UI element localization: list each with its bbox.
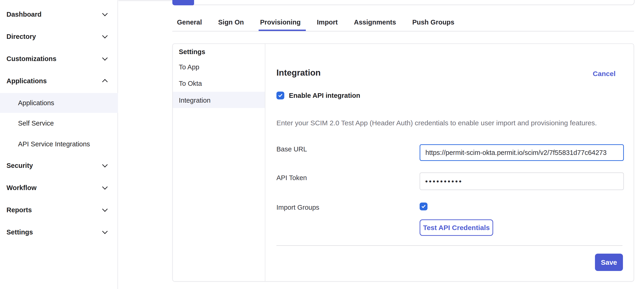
- chevron-down-icon: [102, 162, 108, 167]
- api-token-input[interactable]: [420, 172, 624, 190]
- sidebar-item-applications[interactable]: Applications: [0, 73, 118, 88]
- enable-api-integration-row: Enable API integration: [276, 92, 360, 99]
- tab-provisioning[interactable]: Provisioning: [260, 18, 301, 26]
- panel-nav-item-integration[interactable]: Integration: [173, 95, 265, 105]
- panel-nav-item-to-okta[interactable]: To Okta: [173, 78, 265, 89]
- sidebar-item-label: Applications: [6, 77, 47, 85]
- sidebar: Dashboard Directory Customizations Appli…: [0, 0, 118, 289]
- sidebar-item-label: Directory: [6, 33, 36, 40]
- chevron-down-icon: [102, 184, 108, 190]
- api-token-label: API Token: [276, 174, 307, 182]
- tab-import[interactable]: Import: [317, 18, 338, 26]
- sidebar-subitem-api-service-integrations[interactable]: API Service Integrations: [0, 137, 118, 151]
- sidebar-item-label: Security: [6, 162, 33, 169]
- active-tab-indicator-partial: [172, 0, 194, 5]
- sidebar-item-label: Dashboard: [6, 11, 42, 18]
- app-tabs: General Sign On Provisioning Import Assi…: [177, 18, 454, 26]
- sidebar-subitem-self-service[interactable]: Self Service: [0, 116, 118, 131]
- sidebar-item-security[interactable]: Security: [0, 158, 118, 173]
- sidebar-item-label: Workflow: [6, 184, 36, 192]
- import-groups-checkbox[interactable]: [420, 203, 428, 210]
- tab-general[interactable]: General: [177, 18, 202, 26]
- chevron-down-icon: [102, 33, 108, 38]
- sidebar-subitem-label: Applications: [18, 99, 54, 107]
- sidebar-subitem-label: Self Service: [18, 120, 54, 127]
- sidebar-item-customizations[interactable]: Customizations: [0, 51, 118, 66]
- base-url-label: Base URL: [276, 145, 307, 153]
- tab-push-groups[interactable]: Push Groups: [412, 18, 454, 26]
- sidebar-subitem-label: API Service Integrations: [18, 140, 90, 148]
- sidebar-item-label: Reports: [6, 206, 32, 214]
- base-url-input[interactable]: [420, 144, 624, 161]
- chevron-down-icon: [102, 55, 108, 61]
- chevron-down-icon: [102, 206, 108, 212]
- provisioning-card: Settings To App To Okta Integration Inte…: [172, 43, 634, 282]
- top-divider-segment: [118, 0, 172, 1]
- enable-api-integration-checkbox[interactable]: [276, 92, 284, 99]
- sidebar-item-reports[interactable]: Reports: [0, 203, 118, 217]
- sidebar-item-dashboard[interactable]: Dashboard: [0, 7, 118, 22]
- check-icon: [278, 93, 283, 98]
- content-divider: [276, 245, 622, 246]
- chevron-down-icon: [102, 11, 108, 16]
- top-tabbar-edge: [194, 0, 634, 5]
- test-api-credentials-button[interactable]: Test API Credentials: [420, 219, 493, 236]
- import-groups-label: Import Groups: [276, 204, 319, 211]
- panel-nav-header: Settings: [179, 47, 205, 57]
- sidebar-item-settings[interactable]: Settings: [0, 225, 118, 240]
- sidebar-item-workflow[interactable]: Workflow: [0, 180, 118, 195]
- credentials-description: Enter your SCIM 2.0 Test App (Header Aut…: [276, 119, 644, 127]
- save-button[interactable]: Save: [595, 254, 623, 271]
- tabs-underline: [172, 31, 634, 31]
- sidebar-item-label: Customizations: [6, 55, 56, 63]
- sidebar-subitem-applications[interactable]: Applications: [0, 93, 118, 113]
- panel-nav-item-to-app[interactable]: To App: [173, 62, 265, 72]
- settings-panel-nav: Settings To App To Okta Integration: [173, 44, 265, 281]
- sidebar-item-label: Settings: [6, 228, 33, 236]
- chevron-down-icon: [102, 228, 108, 234]
- tab-sign-on[interactable]: Sign On: [218, 18, 244, 26]
- check-icon: [421, 204, 426, 209]
- chevron-up-icon: [102, 79, 108, 85]
- tab-assignments[interactable]: Assignments: [354, 18, 396, 26]
- enable-api-integration-label: Enable API integration: [289, 92, 360, 99]
- page-title: Integration: [276, 68, 320, 78]
- sidebar-item-directory[interactable]: Directory: [0, 29, 118, 44]
- cancel-button[interactable]: Cancel: [593, 70, 616, 78]
